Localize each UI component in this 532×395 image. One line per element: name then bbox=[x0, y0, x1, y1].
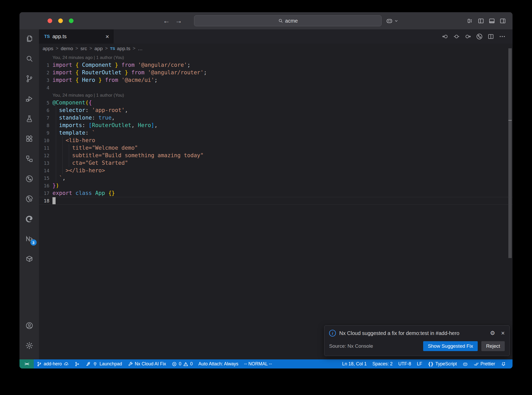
copilot-icon bbox=[463, 361, 468, 367]
status-branch[interactable]: add-hero bbox=[34, 359, 72, 368]
status-cursor-position[interactable]: Ln 18, Col 1 bbox=[339, 359, 369, 368]
rocket-icon bbox=[85, 361, 91, 367]
status-notifications-bell[interactable] bbox=[498, 359, 509, 368]
breadcrumb: apps>demo>src>app>TSapp.ts>… bbox=[39, 44, 513, 53]
code-line-2[interactable]: 2import { RouterOutlet } from '@angular/… bbox=[39, 69, 513, 76]
more-actions-icon[interactable] bbox=[499, 33, 506, 40]
status-problems[interactable]: 00 bbox=[169, 359, 195, 368]
command-center-search[interactable]: acme bbox=[194, 15, 382, 26]
status-indentation[interactable]: Spaces: 2 bbox=[369, 359, 395, 368]
close-tab-icon[interactable]: × bbox=[105, 34, 109, 40]
code-line-10[interactable]: 10 <lib-hero bbox=[39, 137, 513, 144]
code-editor[interactable]: You, 24 minutes ago | 1 author (You)1imp… bbox=[39, 53, 513, 359]
breadcrumb-item[interactable]: apps bbox=[43, 46, 53, 51]
tab-label: app.ts bbox=[52, 34, 66, 40]
history-back-icon[interactable]: ← bbox=[163, 17, 170, 25]
code-line-5[interactable]: 5@Component({ bbox=[39, 99, 513, 107]
layout-customize-icon[interactable] bbox=[467, 17, 474, 24]
notification-title: Nx Cloud suggested a fix for demo:test i… bbox=[339, 330, 487, 336]
show-suggested-fix-button[interactable]: Show Suggested Fix bbox=[423, 341, 478, 351]
status-eol[interactable]: LF bbox=[414, 359, 425, 368]
status-formatter[interactable]: Prettier bbox=[471, 359, 498, 368]
breadcrumb-item[interactable]: … bbox=[138, 46, 143, 51]
breadcrumb-item[interactable]: TSapp.ts bbox=[110, 46, 130, 51]
nav-back-icon[interactable] bbox=[442, 33, 449, 40]
code-line-16[interactable]: 16}) bbox=[39, 182, 513, 189]
activity-source-control-icon[interactable] bbox=[23, 73, 36, 85]
code-line-12[interactable]: 12 subtitle="Build something amazing tod… bbox=[39, 152, 513, 159]
code-line-15[interactable]: 15 `, bbox=[39, 174, 513, 182]
nav-forward-icon[interactable] bbox=[464, 33, 471, 40]
status-vim-mode[interactable]: -- NORMAL -- bbox=[241, 359, 275, 368]
history-forward-icon[interactable]: → bbox=[175, 17, 182, 25]
status-nx-cloud-ai-fix[interactable]: Nx Cloud AI Fix bbox=[125, 359, 169, 368]
minimize-window-button[interactable] bbox=[58, 18, 63, 23]
status-encoding[interactable]: UTF-8 bbox=[395, 359, 414, 368]
notification-settings-icon[interactable]: ⚙ bbox=[490, 330, 495, 337]
activity-search-icon[interactable] bbox=[23, 52, 36, 65]
toggle-panel-icon[interactable] bbox=[488, 17, 495, 24]
line-number: 16 bbox=[39, 182, 49, 189]
notification-close-icon[interactable]: × bbox=[501, 330, 505, 337]
breadcrumb-item[interactable]: src bbox=[81, 46, 87, 51]
status-language-mode[interactable]: {}TypeScript bbox=[425, 359, 460, 368]
text-cursor bbox=[52, 197, 56, 204]
status-git-graph-status[interactable] bbox=[72, 359, 83, 368]
chevron-right-icon: > bbox=[105, 46, 108, 51]
status-copilot[interactable] bbox=[460, 359, 471, 368]
breadcrumb-item[interactable]: app bbox=[95, 46, 103, 51]
code-line-8[interactable]: 8 imports: [RouterOutlet, Hero], bbox=[39, 122, 513, 129]
warning-triangle-icon bbox=[183, 361, 188, 367]
line-number: 10 bbox=[39, 137, 49, 144]
check-all-icon bbox=[474, 361, 479, 367]
activity-run-debug-icon[interactable] bbox=[23, 93, 36, 105]
line-number: 13 bbox=[39, 159, 49, 167]
copilot-menu[interactable] bbox=[386, 12, 398, 29]
status-launchpad[interactable]: Launchpad bbox=[83, 359, 125, 368]
activity-explorer-icon[interactable] bbox=[23, 32, 36, 45]
run-graph-icon[interactable] bbox=[476, 33, 483, 40]
error-circle-icon bbox=[172, 361, 177, 367]
reject-button[interactable]: Reject bbox=[481, 341, 505, 351]
code-line-18[interactable]: 18 bbox=[39, 197, 513, 205]
activity-edge-browser-icon[interactable] bbox=[23, 213, 36, 225]
code-line-7[interactable]: 7 standalone: true, bbox=[39, 114, 513, 122]
remote-indicator[interactable]: >< bbox=[19, 359, 34, 368]
search-icon bbox=[278, 18, 283, 23]
activity-gitlens-icon[interactable] bbox=[23, 193, 36, 205]
tab-app-ts[interactable]: TS app.ts × bbox=[39, 29, 114, 44]
line-number: 12 bbox=[39, 152, 49, 159]
code-line-4[interactable]: 4 bbox=[39, 84, 513, 91]
code-line-6[interactable]: 6 selector: 'app-root', bbox=[39, 107, 513, 114]
code-line-14[interactable]: 14 ></lib-hero> bbox=[39, 167, 513, 174]
split-editor-icon[interactable] bbox=[487, 33, 494, 40]
line-number: 6 bbox=[39, 107, 49, 114]
toggle-secondary-sidebar-icon[interactable] bbox=[499, 17, 506, 24]
activity-git-graph-icon[interactable] bbox=[23, 173, 36, 185]
code-line-11[interactable]: 11 title="Welcmoe demo" bbox=[39, 144, 513, 152]
activity-settings-icon[interactable] bbox=[23, 339, 36, 352]
close-window-button[interactable] bbox=[48, 18, 52, 23]
editor-scrollbar[interactable] bbox=[508, 48, 512, 258]
activity-account-icon[interactable] bbox=[23, 319, 36, 332]
activity-docker-icon[interactable] bbox=[23, 253, 36, 265]
code-line-9[interactable]: 9 template: ` bbox=[39, 129, 513, 137]
zoom-window-button[interactable] bbox=[69, 18, 74, 23]
toggle-primary-sidebar-icon[interactable] bbox=[477, 17, 484, 24]
breadcrumb-item[interactable]: demo bbox=[61, 46, 73, 51]
line-number: 14 bbox=[39, 167, 49, 174]
git-blame-annotation: You, 24 minutes ago | 1 author (You) bbox=[39, 91, 513, 99]
activity-extensions-icon[interactable] bbox=[23, 133, 36, 145]
titlebar: ← → acme bbox=[19, 12, 513, 29]
code-line-13[interactable]: 13 cta="Get Started" bbox=[39, 159, 513, 167]
nav-position-icon[interactable] bbox=[453, 33, 460, 40]
activity-hierarchy-icon[interactable] bbox=[23, 153, 36, 165]
code-line-17[interactable]: 17export class App {} bbox=[39, 189, 513, 197]
status-auto-attach[interactable]: Auto Attach: Always bbox=[196, 359, 241, 368]
activity-nx-console-icon[interactable]: 3 bbox=[23, 233, 36, 245]
code-line-3[interactable]: 3import { Hero } from '@acme/ui'; bbox=[39, 76, 513, 84]
chevron-down-icon bbox=[394, 19, 398, 23]
wrench-icon bbox=[128, 361, 133, 367]
activity-testing-icon[interactable] bbox=[23, 113, 36, 125]
code-line-1[interactable]: 1import { Component } from '@angular/cor… bbox=[39, 61, 513, 69]
